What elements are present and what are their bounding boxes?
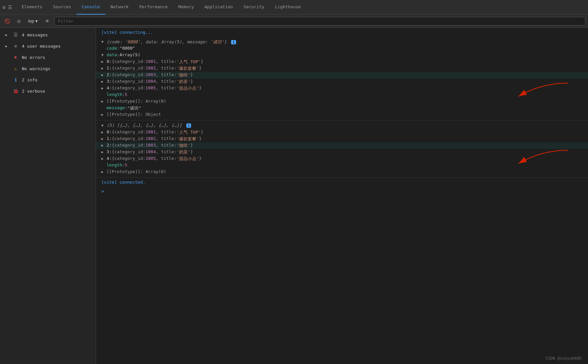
item4-expand[interactable]: ▶ — [101, 85, 107, 90]
proto-arr-expand[interactable]: ▶ — [101, 99, 107, 104]
sidebar-messages-label: 4 messages — [22, 32, 48, 37]
b2-item3-expand[interactable]: ▶ — [101, 149, 107, 154]
b2-colon: : — [122, 162, 125, 167]
b2-item0-id: 1001 — [145, 129, 156, 134]
b2-item1-id: 1002 — [145, 136, 156, 141]
b2-item1-expand[interactable]: ▶ — [101, 136, 107, 141]
b2-length-value: 5 — [125, 162, 127, 167]
block2-expand-open[interactable]: ▼ — [101, 123, 107, 128]
context-dropdown[interactable]: top ▾ — [25, 17, 40, 25]
item1-content: {category_id: — [112, 66, 146, 70]
tab-performance[interactable]: Performance — [134, 0, 173, 15]
verbose-icon: 🐞 — [13, 88, 19, 94]
item3-close: } — [190, 79, 193, 84]
proto-object-text: [[Prototype]]: Object — [107, 112, 161, 117]
watermark-text: CSDN @xunyu0406 — [546, 356, 581, 361]
expand-arrow-icon — [5, 55, 9, 60]
b2-item1-close: } — [199, 136, 202, 141]
b2-item2-index: 2: — [107, 143, 112, 148]
console-prompt-row[interactable]: > — [96, 187, 588, 196]
sidebar-item-warnings[interactable]: ⚠ No warnings — [0, 63, 96, 74]
tab-memory[interactable]: Memory — [173, 0, 199, 15]
b2-item4-expand[interactable]: ▶ — [101, 156, 107, 161]
clear-console-button[interactable]: 🚫 — [3, 17, 12, 25]
proto-obj-expand[interactable]: ▶ — [101, 112, 107, 117]
expand-arrow-icon: ▶ — [5, 44, 9, 48]
block1-header-row: ▼ {code: '0000', data: Array(5), message… — [96, 39, 588, 45]
item1-expand[interactable]: ▶ — [101, 66, 107, 70]
block2-item-3: ▶ 3: {category_id: 1004, title: '奶茶'} — [96, 149, 588, 156]
tab-lighthouse[interactable]: Lighthouse — [270, 0, 306, 15]
data-label: data — [107, 52, 117, 57]
warning-icon: ⚠ — [13, 66, 19, 71]
block1-item-0: ▶ 0: {category_id: 1001, title: '人气 TOP'… — [96, 59, 588, 65]
colon4: : — [125, 105, 127, 110]
sidebar-item-verbose[interactable]: 🐞 2 verbose — [0, 85, 96, 97]
sidebar-item-info[interactable]: ℹ 2 info — [0, 74, 96, 85]
sidebar-user-messages-label: 4 user messages — [22, 44, 61, 49]
console-block-1: ▼ {code: '0000', data: Array(5), message… — [96, 37, 588, 120]
b2-item3-id: 1004 — [145, 149, 156, 154]
b2-item1-index: 1: — [107, 136, 112, 141]
proto-array-text: [[Prototype]]: Array(0) — [107, 99, 166, 104]
tab-application[interactable]: Application — [199, 0, 238, 15]
b2-item1-content: {category_id: — [112, 136, 146, 141]
tab-console[interactable]: Console — [76, 0, 105, 15]
vite-connecting-text: [vite] connecting... — [101, 30, 153, 35]
eye-button[interactable]: 👁 — [43, 17, 52, 25]
item3-id: 1004 — [145, 79, 156, 84]
item0-index: 0: — [107, 59, 112, 64]
sidebar-item-errors[interactable]: ✖ No errors — [0, 52, 96, 63]
b2-item0-expand[interactable]: ▶ — [101, 129, 107, 134]
item0-expand[interactable]: ▶ — [101, 59, 107, 64]
item3-expand[interactable]: ▶ — [101, 79, 107, 84]
b2-item2-expand[interactable]: ▶ — [101, 143, 107, 148]
block1-data-row: ▼ data: Array(5) — [96, 52, 588, 59]
block1-code-row: code: "0000" — [96, 45, 588, 52]
item1-index: 1: — [107, 66, 112, 70]
info-badge-2: i — [186, 123, 191, 128]
b2-item3-title: '奶茶' — [176, 149, 190, 155]
b2-item0-sep: , title: — [156, 129, 177, 134]
b2-proto-expand[interactable]: ▶ — [101, 169, 107, 174]
sidebar-item-user-messages[interactable]: ▶ ⊙ 4 user messages — [0, 40, 96, 52]
filter-toggle-button[interactable]: ⊘ — [15, 17, 23, 25]
block2-proto-row: ▶ [[Prototype]]: Array(0) — [96, 169, 588, 175]
item2-expand[interactable]: ▶ — [101, 72, 107, 77]
console-output: [vite] connecting... ▼ {code: '0000', da… — [96, 28, 588, 364]
expand-triangle-open[interactable]: ▼ — [101, 39, 107, 44]
length-value: 5 — [125, 92, 127, 97]
filter-input[interactable] — [54, 17, 585, 25]
item3-title: '奶茶' — [176, 79, 190, 85]
tab-elements[interactable]: Elements — [16, 0, 48, 15]
tab-network[interactable]: Network — [105, 0, 134, 15]
sidebar-item-messages[interactable]: ▶ ☰ 4 messages — [0, 29, 96, 40]
item2-title: '咖啡' — [176, 72, 190, 78]
tab-security[interactable]: Security — [238, 0, 270, 15]
context-label: top — [28, 19, 34, 23]
tab-sources[interactable]: Sources — [48, 0, 76, 15]
b2-item4-id: 1005 — [145, 156, 156, 161]
info-badge: i — [231, 40, 236, 44]
item2-id: 1003 — [145, 72, 156, 77]
vite-connecting-line: [vite] connecting... — [96, 28, 588, 37]
b2-proto-text: [[Prototype]]: Array(0) — [107, 169, 166, 174]
block2-header-row: ▼ (5) [{…}, {…}, {…}, {…}, {…}] i — [96, 122, 588, 129]
inspect-icon[interactable]: ☰ — [8, 5, 12, 10]
colon3: : — [122, 92, 125, 97]
item3-sep: , title: — [156, 79, 177, 84]
devtools-icons: ⚙ ☰ — [3, 5, 12, 10]
block1-item-4: ▶ 4: {category_id: 1005, title: '甜品小点'} — [96, 85, 588, 92]
empty-prefix — [101, 46, 107, 46]
expand-triangle-data[interactable]: ▼ — [101, 52, 107, 57]
length-label: length — [107, 92, 122, 97]
message-value: "成功" — [127, 105, 141, 111]
item4-index: 4: — [107, 85, 112, 90]
item0-close: } — [201, 59, 203, 64]
devtools-icon[interactable]: ⚙ — [3, 5, 5, 10]
expand-arrow-icon — [5, 78, 9, 82]
list-icon: ☰ — [13, 32, 19, 38]
item0-sep: , title: — [156, 59, 177, 64]
b2-item0-index: 0: — [107, 129, 112, 134]
item4-content: {category_id: — [112, 85, 146, 90]
